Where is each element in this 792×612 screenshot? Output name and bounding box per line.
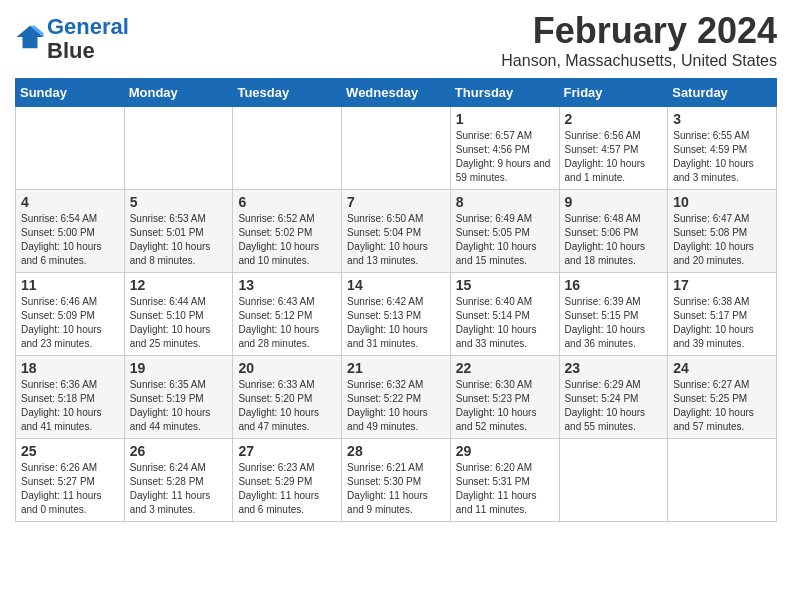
calendar-cell: 1Sunrise: 6:57 AM Sunset: 4:56 PM Daylig… [450,107,559,190]
calendar-cell: 15Sunrise: 6:40 AM Sunset: 5:14 PM Dayli… [450,273,559,356]
day-number: 12 [130,277,228,293]
calendar-cell: 22Sunrise: 6:30 AM Sunset: 5:23 PM Dayli… [450,356,559,439]
day-info: Sunrise: 6:38 AM Sunset: 5:17 PM Dayligh… [673,295,771,351]
calendar-week-0: 1Sunrise: 6:57 AM Sunset: 4:56 PM Daylig… [16,107,777,190]
col-header-monday: Monday [124,79,233,107]
day-info: Sunrise: 6:32 AM Sunset: 5:22 PM Dayligh… [347,378,445,434]
day-info: Sunrise: 6:33 AM Sunset: 5:20 PM Dayligh… [238,378,336,434]
day-info: Sunrise: 6:47 AM Sunset: 5:08 PM Dayligh… [673,212,771,268]
calendar-cell: 27Sunrise: 6:23 AM Sunset: 5:29 PM Dayli… [233,439,342,522]
day-number: 17 [673,277,771,293]
calendar-cell: 19Sunrise: 6:35 AM Sunset: 5:19 PM Dayli… [124,356,233,439]
day-number: 25 [21,443,119,459]
day-info: Sunrise: 6:40 AM Sunset: 5:14 PM Dayligh… [456,295,554,351]
calendar-week-1: 4Sunrise: 6:54 AM Sunset: 5:00 PM Daylig… [16,190,777,273]
day-info: Sunrise: 6:43 AM Sunset: 5:12 PM Dayligh… [238,295,336,351]
svg-marker-1 [17,26,44,49]
header: General Blue February 2024 Hanson, Massa… [15,10,777,70]
calendar-cell: 29Sunrise: 6:20 AM Sunset: 5:31 PM Dayli… [450,439,559,522]
day-number: 6 [238,194,336,210]
logo-text: General Blue [47,15,129,63]
day-info: Sunrise: 6:29 AM Sunset: 5:24 PM Dayligh… [565,378,663,434]
day-number: 14 [347,277,445,293]
day-info: Sunrise: 6:49 AM Sunset: 5:05 PM Dayligh… [456,212,554,268]
col-header-tuesday: Tuesday [233,79,342,107]
calendar-cell: 11Sunrise: 6:46 AM Sunset: 5:09 PM Dayli… [16,273,125,356]
day-number: 13 [238,277,336,293]
day-number: 21 [347,360,445,376]
calendar-cell: 12Sunrise: 6:44 AM Sunset: 5:10 PM Dayli… [124,273,233,356]
day-info: Sunrise: 6:21 AM Sunset: 5:30 PM Dayligh… [347,461,445,517]
day-number: 26 [130,443,228,459]
day-number: 18 [21,360,119,376]
day-info: Sunrise: 6:24 AM Sunset: 5:28 PM Dayligh… [130,461,228,517]
day-number: 28 [347,443,445,459]
col-header-sunday: Sunday [16,79,125,107]
day-number: 24 [673,360,771,376]
calendar-cell [124,107,233,190]
calendar-cell: 16Sunrise: 6:39 AM Sunset: 5:15 PM Dayli… [559,273,668,356]
calendar-cell: 26Sunrise: 6:24 AM Sunset: 5:28 PM Dayli… [124,439,233,522]
day-number: 29 [456,443,554,459]
col-header-wednesday: Wednesday [342,79,451,107]
calendar-cell: 17Sunrise: 6:38 AM Sunset: 5:17 PM Dayli… [668,273,777,356]
day-info: Sunrise: 6:53 AM Sunset: 5:01 PM Dayligh… [130,212,228,268]
calendar-cell: 5Sunrise: 6:53 AM Sunset: 5:01 PM Daylig… [124,190,233,273]
calendar-cell [668,439,777,522]
day-info: Sunrise: 6:42 AM Sunset: 5:13 PM Dayligh… [347,295,445,351]
col-header-saturday: Saturday [668,79,777,107]
day-number: 20 [238,360,336,376]
calendar-cell: 6Sunrise: 6:52 AM Sunset: 5:02 PM Daylig… [233,190,342,273]
calendar-cell [16,107,125,190]
calendar-cell: 28Sunrise: 6:21 AM Sunset: 5:30 PM Dayli… [342,439,451,522]
day-info: Sunrise: 6:54 AM Sunset: 5:00 PM Dayligh… [21,212,119,268]
calendar-cell: 14Sunrise: 6:42 AM Sunset: 5:13 PM Dayli… [342,273,451,356]
day-info: Sunrise: 6:26 AM Sunset: 5:27 PM Dayligh… [21,461,119,517]
calendar-cell: 20Sunrise: 6:33 AM Sunset: 5:20 PM Dayli… [233,356,342,439]
day-number: 10 [673,194,771,210]
calendar-cell [233,107,342,190]
calendar-cell [559,439,668,522]
day-number: 5 [130,194,228,210]
calendar-cell [342,107,451,190]
calendar-cell: 10Sunrise: 6:47 AM Sunset: 5:08 PM Dayli… [668,190,777,273]
day-number: 7 [347,194,445,210]
calendar-cell: 24Sunrise: 6:27 AM Sunset: 5:25 PM Dayli… [668,356,777,439]
calendar-cell: 21Sunrise: 6:32 AM Sunset: 5:22 PM Dayli… [342,356,451,439]
day-number: 3 [673,111,771,127]
day-number: 27 [238,443,336,459]
day-info: Sunrise: 6:50 AM Sunset: 5:04 PM Dayligh… [347,212,445,268]
day-info: Sunrise: 6:39 AM Sunset: 5:15 PM Dayligh… [565,295,663,351]
day-info: Sunrise: 6:57 AM Sunset: 4:56 PM Dayligh… [456,129,554,185]
calendar-cell: 23Sunrise: 6:29 AM Sunset: 5:24 PM Dayli… [559,356,668,439]
day-number: 19 [130,360,228,376]
day-number: 9 [565,194,663,210]
day-info: Sunrise: 6:56 AM Sunset: 4:57 PM Dayligh… [565,129,663,185]
sub-title: Hanson, Massachusetts, United States [501,52,777,70]
logo-icon [15,22,45,52]
calendar: SundayMondayTuesdayWednesdayThursdayFrid… [15,78,777,522]
calendar-cell: 18Sunrise: 6:36 AM Sunset: 5:18 PM Dayli… [16,356,125,439]
logo: General Blue [15,15,129,63]
calendar-cell: 13Sunrise: 6:43 AM Sunset: 5:12 PM Dayli… [233,273,342,356]
day-number: 22 [456,360,554,376]
day-info: Sunrise: 6:20 AM Sunset: 5:31 PM Dayligh… [456,461,554,517]
day-number: 11 [21,277,119,293]
day-info: Sunrise: 6:48 AM Sunset: 5:06 PM Dayligh… [565,212,663,268]
day-info: Sunrise: 6:55 AM Sunset: 4:59 PM Dayligh… [673,129,771,185]
day-info: Sunrise: 6:30 AM Sunset: 5:23 PM Dayligh… [456,378,554,434]
calendar-week-2: 11Sunrise: 6:46 AM Sunset: 5:09 PM Dayli… [16,273,777,356]
day-info: Sunrise: 6:52 AM Sunset: 5:02 PM Dayligh… [238,212,336,268]
day-number: 15 [456,277,554,293]
calendar-cell: 2Sunrise: 6:56 AM Sunset: 4:57 PM Daylig… [559,107,668,190]
day-number: 4 [21,194,119,210]
calendar-cell: 8Sunrise: 6:49 AM Sunset: 5:05 PM Daylig… [450,190,559,273]
day-info: Sunrise: 6:46 AM Sunset: 5:09 PM Dayligh… [21,295,119,351]
day-number: 1 [456,111,554,127]
day-number: 8 [456,194,554,210]
calendar-cell: 9Sunrise: 6:48 AM Sunset: 5:06 PM Daylig… [559,190,668,273]
day-info: Sunrise: 6:44 AM Sunset: 5:10 PM Dayligh… [130,295,228,351]
day-number: 16 [565,277,663,293]
calendar-header-row: SundayMondayTuesdayWednesdayThursdayFrid… [16,79,777,107]
day-info: Sunrise: 6:35 AM Sunset: 5:19 PM Dayligh… [130,378,228,434]
